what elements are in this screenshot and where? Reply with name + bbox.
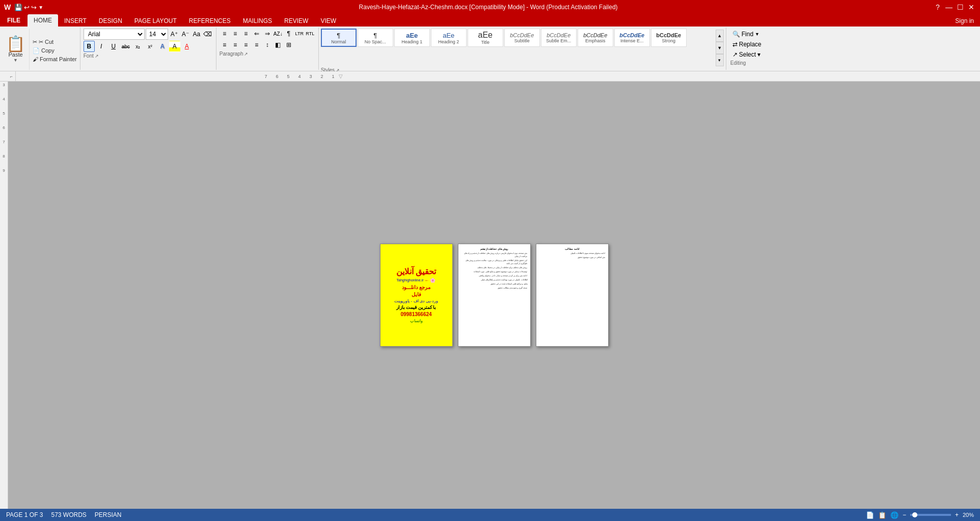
font-expand-icon[interactable]: ↗ [95, 54, 99, 59]
tab-review[interactable]: REVIEW [278, 15, 314, 27]
tab-view[interactable]: VIEW [314, 15, 342, 27]
maximize-button[interactable]: ☐ [956, 3, 965, 12]
increase-indent-button[interactable]: ⇒ [262, 29, 273, 39]
sort-button[interactable]: AZ↓ [273, 29, 283, 39]
font-name-select[interactable]: Arial [84, 29, 145, 40]
align-right-button[interactable]: ≡ [241, 40, 251, 50]
style-title[interactable]: aEe Title [468, 29, 503, 47]
tab-design[interactable]: DESIGN [93, 15, 128, 27]
page1-file: فایل [412, 292, 421, 297]
borders-button[interactable]: ⊞ [284, 40, 294, 50]
zoom-handle[interactable] [912, 512, 917, 517]
decrease-font-button[interactable]: A⁻ [180, 29, 190, 39]
page1-types: ورد-پی دی اف - پاورپوینت [394, 299, 438, 303]
tab-references[interactable]: REFERENCES [183, 15, 237, 27]
status-right: 📄 📋 🌐 − + 20% [866, 511, 974, 519]
ruler-mark-1: 1 [328, 74, 339, 79]
increase-font-button[interactable]: A⁺ [169, 29, 179, 39]
multilevel-list-button[interactable]: ≡ [241, 29, 251, 39]
main-area: 3 4 5 6 7 8 9 تحقیق آنلاین Tahghighonlin… [0, 82, 980, 509]
clipboard-sub-buttons: ✂ ✂ Cut 📄 Copy 🖌 Format Painter [32, 29, 78, 70]
font-color-button[interactable]: A [181, 41, 193, 52]
strikethrough-button[interactable]: abc [120, 41, 131, 52]
page1-whatsapp: واتساپ [410, 319, 423, 323]
copy-button[interactable]: 📄 Copy [32, 47, 78, 55]
tab-home[interactable]: HOME [28, 14, 58, 27]
align-center-button[interactable]: ≡ [230, 40, 240, 50]
minimize-button[interactable]: — [944, 3, 954, 12]
paste-button[interactable]: 📋 Paste ▼ [4, 29, 30, 70]
justify-button[interactable]: ≡ [252, 40, 262, 50]
style-intense-em[interactable]: bCcDdEe Intense E... [614, 29, 650, 47]
ruler-mark-5: 5 [283, 74, 294, 79]
select-button[interactable]: ↗ Select ▾ [730, 50, 764, 59]
style-normal-label: Normal [331, 39, 346, 44]
superscript-button[interactable]: x² [145, 41, 156, 52]
style-emphasis[interactable]: bCcDdEe Emphasis [578, 29, 613, 47]
style-strong[interactable]: bCcDdEe Strong [651, 29, 687, 47]
clear-format-button[interactable]: ⌫ [203, 29, 213, 39]
redo-button[interactable]: ↪ [31, 4, 37, 11]
style-strong-label: Strong [662, 38, 675, 43]
styles-scroll-up[interactable]: ▲ [716, 30, 724, 42]
undo-button[interactable]: ↩ [24, 4, 30, 11]
read-mode-view-button[interactable]: 📋 [878, 511, 886, 519]
customize-button[interactable]: ▼ [38, 5, 43, 10]
style-no-spacing[interactable]: ¶ No Spac... [358, 29, 393, 47]
page1-title: تحقیق آنلاین [396, 267, 436, 276]
styles-scroll-down[interactable]: ▼ [716, 42, 724, 54]
cut-button[interactable]: ✂ ✂ Cut [32, 38, 78, 46]
replace-button[interactable]: ⇄ Replace [730, 40, 764, 49]
page1-phone-row: 09981366624 [400, 311, 431, 317]
style-normal[interactable]: ¶ Normal [321, 29, 357, 47]
paste-dropdown[interactable]: ▼ [13, 58, 18, 63]
text-effects-button[interactable]: A [157, 41, 168, 52]
subscript-button[interactable]: x₂ [132, 41, 144, 52]
font-size-select[interactable]: 14 [146, 29, 168, 40]
bullets-button[interactable]: ≡ [220, 29, 230, 39]
paragraph-expand-icon[interactable]: ↗ [244, 51, 248, 57]
ltr-button[interactable]: LTR [294, 29, 305, 39]
underline-button[interactable]: U [108, 41, 119, 52]
save-button[interactable]: 💾 [14, 4, 22, 11]
italic-button[interactable]: I [96, 41, 107, 52]
page1-arrow: ← [424, 278, 429, 283]
replace-icon: ⇄ [732, 41, 738, 48]
format-painter-button[interactable]: 🖌 Format Painter [32, 56, 78, 63]
zoom-percent: 20% [963, 512, 974, 518]
style-no-spacing-label: No Spac... [365, 39, 386, 44]
sign-in-button[interactable]: Sign in [949, 15, 980, 27]
line-spacing-button[interactable]: ↕ [262, 40, 273, 50]
shading-button[interactable]: ◧ [273, 40, 283, 50]
style-subtitle[interactable]: bCcDdEe Subtitle [504, 29, 540, 47]
help-button[interactable]: ? [933, 3, 942, 12]
style-subtle-em-preview: bCcDdEe [547, 32, 570, 38]
zoom-in-button[interactable]: + [955, 511, 959, 518]
tab-insert[interactable]: INSERT [58, 15, 93, 27]
zoom-slider[interactable] [910, 514, 951, 516]
styles-row1: ¶ Normal ¶ No Spac... aEe Heading 1 [321, 29, 715, 47]
style-heading1[interactable]: aEe Heading 1 [394, 29, 430, 47]
style-heading2[interactable]: aEe Heading 2 [431, 29, 467, 47]
styles-more[interactable]: ▾ [716, 54, 724, 66]
styles-nav-buttons: ▲ ▼ ▾ [716, 29, 724, 67]
numbered-list-button[interactable]: ≡ [230, 29, 240, 39]
find-button[interactable]: 🔍 Find ▼ [730, 30, 764, 39]
tab-mailings[interactable]: MAILINGS [237, 15, 278, 27]
tab-page-layout[interactable]: PAGE LAYOUT [128, 15, 183, 27]
find-dropdown[interactable]: ▼ [755, 32, 759, 37]
page1-url-row: Tahghighonline.ir ← 🌸 [397, 278, 436, 283]
web-layout-view-button[interactable]: 🌐 [890, 511, 899, 519]
bold-button[interactable]: B [84, 41, 95, 52]
print-layout-view-button[interactable]: 📄 [866, 511, 874, 519]
rtl-button[interactable]: RTL [305, 29, 315, 39]
zoom-out-button[interactable]: − [903, 511, 906, 518]
file-tab[interactable]: FILE [0, 14, 28, 27]
change-case-button[interactable]: Aa [192, 29, 202, 39]
align-left-button[interactable]: ≡ [220, 40, 230, 50]
close-button[interactable]: ✕ [967, 3, 976, 12]
style-subtle-em[interactable]: bCcDdEe Subtle Em... [541, 29, 577, 47]
text-highlight-button[interactable]: A [169, 41, 180, 52]
decrease-indent-button[interactable]: ⇐ [252, 29, 262, 39]
show-hide-button[interactable]: ¶ [284, 29, 294, 39]
